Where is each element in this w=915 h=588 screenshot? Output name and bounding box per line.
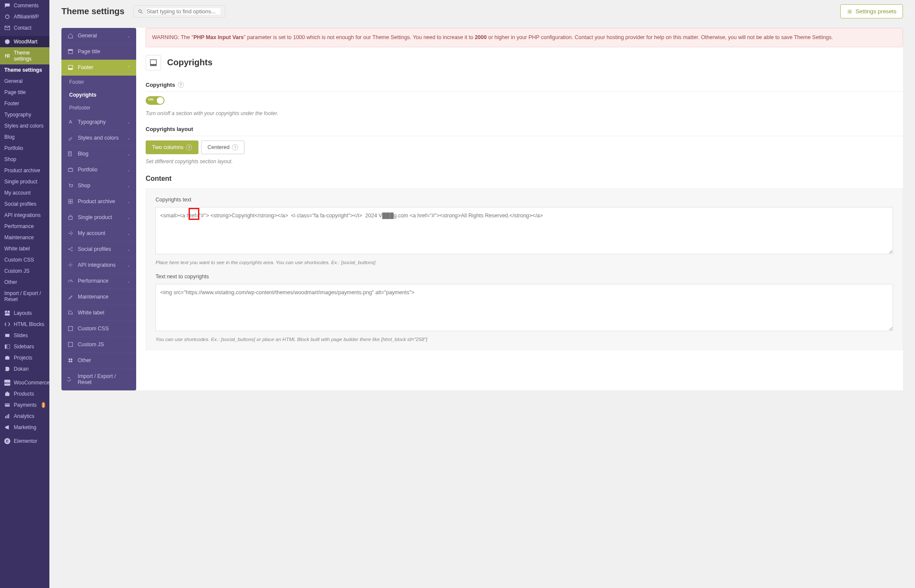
nav-maintenance[interactable]: Maintenance (61, 289, 136, 305)
submenu-typography[interactable]: Typography (0, 109, 49, 120)
submenu-import-export[interactable]: Import / Export / Reset (0, 288, 49, 305)
submenu-general[interactable]: General (0, 76, 49, 87)
menu-affiliatewp[interactable]: AffiliateWP (0, 11, 49, 22)
svg-point-14 (139, 9, 141, 12)
nav-page-title[interactable]: Page title (61, 44, 136, 60)
svg-rect-22 (68, 199, 70, 201)
nav-single-product[interactable]: Single product⌄ (61, 210, 136, 225)
submenu-api-integrations[interactable]: API integrations (0, 210, 49, 221)
nav-custom-js[interactable]: Custom JS (61, 337, 136, 353)
submenu-portfolio[interactable]: Portfolio (0, 143, 49, 154)
svg-point-27 (68, 249, 70, 250)
submenu-custom-js[interactable]: Custom JS (0, 265, 49, 277)
submenu-theme-settings[interactable]: Theme settings (0, 64, 49, 76)
help-icon[interactable]: ? (178, 82, 184, 88)
nav-portfolio[interactable]: Portfolio⌄ (61, 162, 136, 178)
submenu-maintenance[interactable]: Maintenance (0, 232, 49, 243)
submenu-other[interactable]: Other (0, 277, 49, 288)
copyrights-text-label: Copyrights text (156, 197, 893, 203)
text-next-label: Text next to copyrights (156, 274, 893, 280)
help-icon[interactable]: ? (186, 144, 192, 150)
svg-rect-21 (68, 168, 73, 171)
nav-import-export[interactable]: Import / Export / Reset (61, 369, 136, 390)
menu-projects[interactable]: Projects (0, 352, 49, 363)
chevron-down-icon: ⌄ (127, 183, 130, 188)
menu-contact[interactable]: Contact (0, 22, 49, 34)
menu-layouts[interactable]: Layouts (0, 308, 49, 319)
search-input[interactable] (146, 8, 220, 15)
submenu-social-profiles[interactable]: Social profiles (0, 198, 49, 210)
nav-footer[interactable]: Footer⌃ (61, 60, 136, 76)
nav-footer-copyrights[interactable]: Copyrights (61, 88, 136, 101)
page-title: Theme settings (61, 6, 125, 16)
gear-icon (847, 9, 853, 15)
nav-blog[interactable]: Blog⌄ (61, 146, 136, 162)
svg-rect-31 (68, 326, 73, 331)
text-next-input[interactable] (156, 284, 893, 331)
search-box[interactable] (133, 5, 225, 18)
layout-two-columns[interactable]: Two columns? (146, 140, 198, 154)
settings-presets-button[interactable]: Settings presets (840, 4, 903, 18)
text-next-hint: You can use shortcodes. Ex.: [social_but… (156, 337, 893, 342)
svg-rect-6 (5, 344, 6, 349)
nav-custom-css[interactable]: Custom CSS (61, 321, 136, 337)
svg-rect-26 (69, 216, 72, 219)
nav-white-label[interactable]: White label (61, 305, 136, 321)
layout-centered[interactable]: Centered? (201, 140, 244, 154)
submenu-performance[interactable]: Performance (0, 221, 49, 232)
submenu-footer[interactable]: Footer (0, 98, 49, 109)
submenu-my-account[interactable]: My account (0, 187, 49, 198)
chevron-down-icon: ⌄ (127, 263, 130, 268)
submenu-page-title[interactable]: Page title (0, 87, 49, 98)
chevron-down-icon: ⌄ (127, 247, 130, 252)
help-icon[interactable]: ? (232, 144, 238, 150)
nav-other[interactable]: Other (61, 353, 136, 369)
menu-slides[interactable]: Slides (0, 330, 49, 341)
layout-options: Two columns? Centered? (146, 140, 903, 154)
svg-rect-36 (71, 361, 73, 363)
menu-woodmart[interactable]: WoodMart (0, 36, 49, 47)
submenu-shop[interactable]: Shop (0, 154, 49, 165)
svg-point-29 (71, 250, 73, 251)
menu-comments[interactable]: Comments (0, 0, 49, 11)
nav-api-integrations[interactable]: API integrations⌄ (61, 257, 136, 273)
submenu-custom-css[interactable]: Custom CSS (0, 254, 49, 265)
nav-footer-prefooter[interactable]: Prefooter (61, 101, 136, 114)
copyrights-text-input[interactable] (156, 207, 893, 254)
nav-shop[interactable]: Shop⌄ (61, 178, 136, 194)
chevron-down-icon: ⌄ (127, 199, 130, 204)
submenu-product-archive[interactable]: Product archive (0, 165, 49, 176)
svg-rect-19 (68, 68, 73, 70)
settings-panel: WARNING: The "PHP Max Input Vars" parame… (146, 28, 903, 390)
submenu-blog[interactable]: Blog (0, 131, 49, 143)
settings-nav: General⌄ Page title Footer⌃ Footer Copyr… (61, 28, 136, 390)
svg-rect-25 (71, 202, 73, 204)
svg-point-30 (70, 264, 71, 266)
copyrights-label: Copyrights (146, 82, 175, 88)
menu-dokan[interactable]: Dokan (0, 363, 49, 375)
menu-theme-settings[interactable]: Theme settings (0, 47, 49, 64)
svg-rect-7 (7, 344, 9, 349)
svg-rect-35 (69, 361, 70, 363)
svg-rect-32 (68, 342, 73, 347)
svg-rect-24 (68, 202, 70, 204)
menu-sidebars[interactable]: Sidebars (0, 341, 49, 352)
menu-products[interactable]: Products (0, 388, 49, 390)
chevron-down-icon: ⌄ (127, 120, 130, 125)
nav-footer-footer[interactable]: Footer (61, 76, 136, 88)
submenu-single-product[interactable]: Single product (0, 176, 49, 187)
nav-product-archive[interactable]: Product archive⌄ (61, 194, 136, 210)
menu-woocommerce[interactable]: wooWooCommerce (0, 377, 49, 388)
svg-rect-5 (5, 334, 9, 337)
nav-styles-colors[interactable]: Styles and colors⌄ (61, 130, 136, 146)
nav-general[interactable]: General⌄ (61, 28, 136, 44)
nav-typography[interactable]: Typography⌄ (61, 114, 136, 130)
copyrights-toggle[interactable]: ON (146, 96, 165, 105)
chevron-down-icon: ⌄ (127, 279, 130, 283)
nav-performance[interactable]: Performance⌄ (61, 273, 136, 289)
submenu-styles-colors[interactable]: Styles and colors (0, 120, 49, 131)
menu-html-blocks[interactable]: HTML Blocks (0, 319, 49, 330)
nav-social-profiles[interactable]: Social profiles⌄ (61, 241, 136, 257)
submenu-white-label[interactable]: White label (0, 243, 49, 254)
nav-my-account[interactable]: My account⌄ (61, 225, 136, 241)
